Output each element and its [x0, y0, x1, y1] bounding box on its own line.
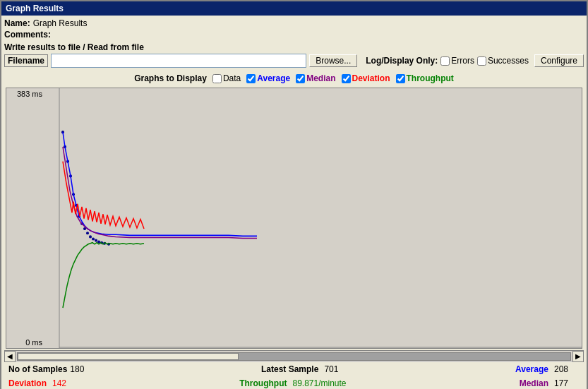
y-axis: 383 ms 0 ms — [6, 88, 45, 348]
successes-label: Successes — [488, 56, 529, 66]
svg-point-13 — [92, 238, 95, 240]
median-label: Median — [306, 73, 335, 83]
browse-button[interactable]: Browse... — [309, 54, 357, 67]
svg-point-12 — [90, 236, 92, 238]
throughput-stat: Throughput 89.871/minute — [239, 378, 346, 388]
latest-sample-label: Latest Sample — [261, 364, 318, 374]
filename-input[interactable] — [51, 54, 306, 68]
y-bottom-label: 0 ms — [25, 338, 42, 347]
throughput-checkbox[interactable] — [396, 74, 405, 83]
scrollbar-row[interactable]: ◀ ▶ — [4, 350, 584, 361]
median-checkbox[interactable] — [296, 74, 305, 83]
graphs-display-row: Graphs to Display Data Average Median De… — [4, 71, 584, 86]
median-checkbox-label[interactable]: Median — [296, 73, 335, 83]
svg-point-14 — [95, 239, 97, 241]
svg-point-11 — [87, 232, 89, 234]
data-checkbox-label[interactable]: Data — [212, 73, 241, 83]
chart-container: 383 ms 0 ms — [6, 88, 582, 349]
comments-label: Comments: — [4, 30, 51, 40]
data-checkbox[interactable] — [212, 74, 222, 83]
throughput-stat-label: Throughput — [239, 378, 287, 388]
errors-checkbox-label[interactable]: Errors — [440, 56, 474, 66]
average-label: Average — [257, 73, 290, 83]
chart-area — [45, 88, 582, 348]
name-label: Name: — [4, 18, 30, 28]
title-bar: Graph Results — [1, 1, 587, 16]
scroll-right-button[interactable]: ▶ — [572, 351, 584, 362]
throughput-stat-value: 89.871/minute — [292, 378, 346, 388]
data-label: Data — [223, 73, 241, 83]
scrollbar-track[interactable] — [17, 352, 571, 361]
errors-label: Errors — [451, 56, 474, 66]
deviation-stat-label: Deviation — [8, 378, 47, 388]
deviation-label: Deviation — [352, 73, 390, 83]
successes-checkbox-label[interactable]: Successes — [477, 56, 529, 66]
chart-svg — [45, 88, 582, 348]
median-stat-value: 177 — [554, 378, 568, 388]
y-top-label: 383 ms — [17, 90, 42, 98]
graph-results-window: Graph Results Name: Graph Results Commen… — [0, 0, 588, 389]
window-title: Graph Results — [6, 4, 64, 13]
filename-label: Filename — [4, 54, 48, 67]
no-of-samples-value: 180 — [70, 364, 84, 374]
configure-button[interactable]: Configure — [534, 54, 584, 67]
average-checkbox-label[interactable]: Average — [246, 73, 290, 83]
scrollbar-thumb[interactable] — [18, 353, 239, 360]
deviation-stat-value: 142 — [52, 378, 66, 388]
successes-checkbox[interactable] — [477, 56, 486, 66]
errors-checkbox[interactable] — [440, 56, 450, 66]
average-checkbox[interactable] — [246, 74, 256, 83]
deviation-checkbox[interactable] — [342, 74, 351, 83]
latest-sample-value: 701 — [324, 364, 338, 374]
throughput-label: Throughput — [407, 73, 454, 83]
deviation-stat: Deviation 142 — [8, 378, 66, 388]
latest-sample-stat: Latest Sample 701 — [261, 364, 338, 374]
scroll-left-button[interactable]: ◀ — [4, 351, 16, 362]
average-stat: Average 208 — [515, 364, 568, 374]
throughput-checkbox-label[interactable]: Throughput — [396, 73, 454, 83]
svg-point-15 — [98, 241, 100, 243]
graphs-label: Graphs to Display — [134, 73, 207, 83]
no-of-samples-stat: No of Samples 180 — [8, 364, 84, 374]
median-stat-label: Median — [520, 378, 548, 388]
deviation-checkbox-label[interactable]: Deviation — [342, 73, 390, 83]
no-of-samples-label: No of Samples — [8, 364, 67, 374]
median-stat: Median 177 — [520, 378, 568, 388]
log-display-label: Log/Display Only: — [366, 56, 438, 66]
name-value: Graph Results — [33, 18, 88, 28]
average-stat-label: Average — [515, 364, 548, 374]
write-results-label: Write results to file / Read from file — [4, 42, 144, 52]
average-stat-value: 208 — [554, 364, 568, 374]
svg-point-10 — [84, 227, 86, 229]
